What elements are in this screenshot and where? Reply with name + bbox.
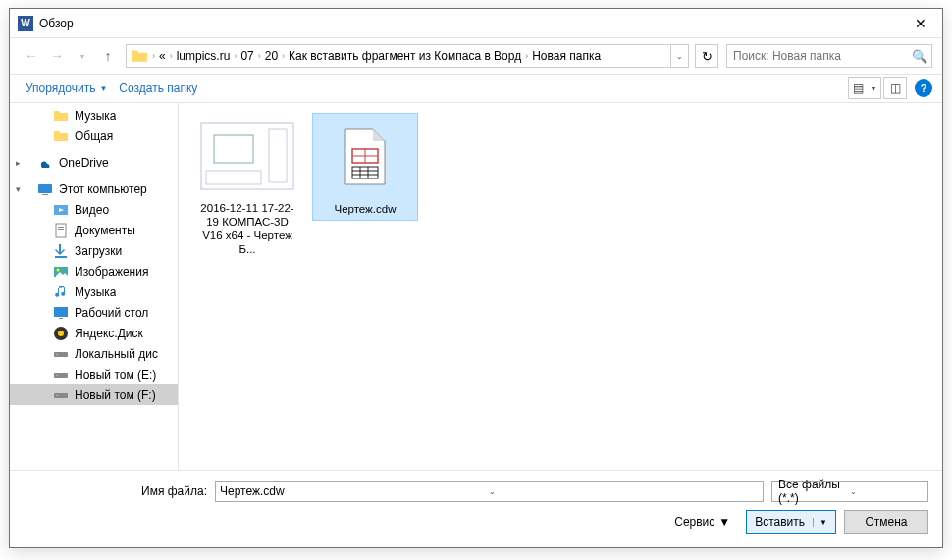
chevron-right-icon: › [282, 51, 285, 61]
refresh-button[interactable]: ↻ [695, 44, 718, 68]
chevron-down-icon: ▼ [99, 84, 107, 93]
tree-item-music[interactable]: Музыка [10, 281, 178, 302]
filename-label: Имя файла: [141, 484, 207, 498]
filename-input[interactable]: Чертеж.cdw ⌄ [215, 481, 764, 502]
tree-item-label: Изображения [75, 265, 148, 279]
tree-item-label: OneDrive [59, 156, 109, 170]
svg-rect-10 [59, 318, 63, 319]
tree-item-folder[interactable]: Общая [10, 126, 178, 146]
tools-button[interactable]: Сервис ▼ [674, 515, 730, 529]
tree-item-label: Локальный дис [75, 347, 158, 361]
breadcrumb-overflow[interactable]: « [159, 49, 166, 63]
docs-icon [53, 223, 69, 238]
tree-item-label: Яндекс.Диск [75, 327, 143, 340]
desktop-icon [53, 305, 69, 321]
onedrive-icon [37, 155, 53, 171]
svg-rect-9 [54, 307, 68, 317]
svg-rect-0 [38, 184, 52, 193]
svg-rect-1 [42, 194, 48, 195]
help-button[interactable]: ? [915, 79, 932, 97]
breadcrumb-segment[interactable]: Новая папка [532, 49, 601, 63]
recent-dropdown[interactable]: ▾ [71, 44, 94, 68]
forward-button[interactable]: → [45, 44, 69, 68]
search-icon[interactable]: 🔍 [908, 49, 931, 64]
svg-point-12 [58, 331, 64, 336]
organize-button[interactable]: Упорядочить ▼ [20, 77, 113, 99]
tree-item-pc[interactable]: ▾Этот компьютер [10, 178, 178, 199]
video-icon [53, 202, 69, 218]
file-dialog: W Обзор ✕ ← → ▾ ↑ › « › lumpics.ru › 07 … [9, 8, 943, 548]
chevron-down-icon[interactable]: ⌄ [485, 487, 759, 496]
tree-item-yadisk[interactable]: Яндекс.Диск [10, 323, 178, 343]
filter-label: Все файлы (*.*) [778, 478, 850, 505]
tree-item-label: Загрузки [75, 244, 122, 258]
breadcrumb-segment[interactable]: Как вставить фрагмент из Компаса в Ворд [289, 49, 521, 63]
breadcrumb-segment[interactable]: 20 [265, 49, 278, 63]
tree-item-desktop[interactable]: Рабочий стол [10, 302, 178, 323]
search-input[interactable] [727, 49, 908, 63]
chevron-down-icon: ▼ [871, 85, 877, 92]
tree-item-download[interactable]: Загрузки [10, 240, 178, 261]
download-icon [53, 243, 69, 259]
tree-item-video[interactable]: Видео [10, 199, 178, 220]
file-list[interactable]: 2016-12-11 17-22-19 КОМПАС-3D V16 x64 - … [179, 103, 942, 470]
search-box[interactable]: 🔍 [726, 44, 932, 68]
images-icon [53, 264, 69, 280]
tree-item-images[interactable]: Изображения [10, 261, 178, 281]
breadcrumb-segment[interactable]: 07 [240, 49, 253, 63]
close-button[interactable]: ✕ [898, 9, 942, 38]
view-mode-button[interactable]: ▤▼ [848, 77, 881, 99]
new-folder-button[interactable]: Создать папку [113, 77, 203, 99]
tree-item-label: Рабочий стол [75, 306, 148, 320]
drive-icon [53, 387, 69, 403]
tree-item-docs[interactable]: Документы [10, 220, 178, 240]
tree-item-onedrive[interactable]: ▸OneDrive [10, 152, 178, 173]
svg-rect-4 [58, 227, 64, 228]
bottom-panel: Имя файла: Чертеж.cdw ⌄ Все файлы (*.*) … [10, 471, 942, 547]
pc-icon [37, 181, 53, 197]
file-type-filter[interactable]: Все файлы (*.*) ⌄ [771, 481, 928, 502]
breadcrumb-segment[interactable]: lumpics.ru [177, 49, 231, 63]
filename-value: Чертеж.cdw [220, 484, 486, 498]
expand-icon[interactable]: ▾ [16, 184, 21, 194]
address-dropdown[interactable]: ⌄ [670, 45, 688, 67]
insert-button[interactable]: Вставить ▼ [746, 510, 836, 534]
tree-item-drive[interactable]: Новый том (F:) [10, 384, 178, 405]
file-name: 2016-12-11 17-22-19 КОМПАС-3D V16 x64 - … [198, 201, 296, 256]
tree-item-label: Общая [75, 129, 113, 143]
tree-item-drive[interactable]: Новый том (E:) [10, 364, 178, 384]
tree-item-label: Музыка [75, 109, 116, 123]
file-item[interactable]: 2016-12-11 17-22-19 КОМПАС-3D V16 x64 - … [194, 113, 300, 260]
up-button[interactable]: ↑ [96, 44, 120, 68]
cancel-button[interactable]: Отмена [844, 510, 928, 534]
back-button[interactable]: ← [20, 44, 43, 68]
file-item[interactable]: Чертеж.cdw [312, 113, 418, 221]
music-icon [53, 284, 69, 300]
svg-rect-18 [56, 395, 58, 396]
command-bar: Упорядочить ▼ Создать папку ▤▼ ◫ ? [10, 74, 942, 103]
file-thumbnail [341, 127, 390, 186]
new-folder-label: Создать папку [119, 81, 197, 95]
svg-point-8 [57, 268, 60, 271]
navigation-tree[interactable]: МузыкаОбщая▸OneDrive▾Этот компьютерВидео… [10, 103, 179, 470]
chevron-right-icon: › [258, 51, 261, 61]
svg-rect-6 [55, 256, 67, 258]
tools-label: Сервис [674, 515, 714, 529]
tree-item-drive[interactable]: Локальный дис [10, 343, 178, 364]
svg-rect-5 [58, 229, 64, 230]
view-icon: ▤ [853, 81, 864, 95]
chevron-right-icon: › [170, 51, 173, 61]
title-bar: W Обзор ✕ [10, 9, 942, 38]
cancel-label: Отмена [865, 515, 907, 529]
address-bar[interactable]: › « › lumpics.ru › 07 › 20 › Как вставит… [126, 44, 689, 68]
preview-pane-button[interactable]: ◫ [883, 77, 907, 99]
folder-icon [131, 47, 148, 65]
drive-icon [53, 367, 69, 382]
tree-item-folder[interactable]: Музыка [10, 105, 178, 126]
chevron-down-icon[interactable]: ▼ [813, 518, 827, 527]
organize-label: Упорядочить [26, 81, 95, 95]
tree-item-label: Новый том (F:) [75, 388, 156, 402]
expand-icon[interactable]: ▸ [16, 158, 21, 168]
chevron-down-icon: ⌄ [850, 487, 922, 496]
chevron-down-icon: ▼ [718, 515, 730, 529]
